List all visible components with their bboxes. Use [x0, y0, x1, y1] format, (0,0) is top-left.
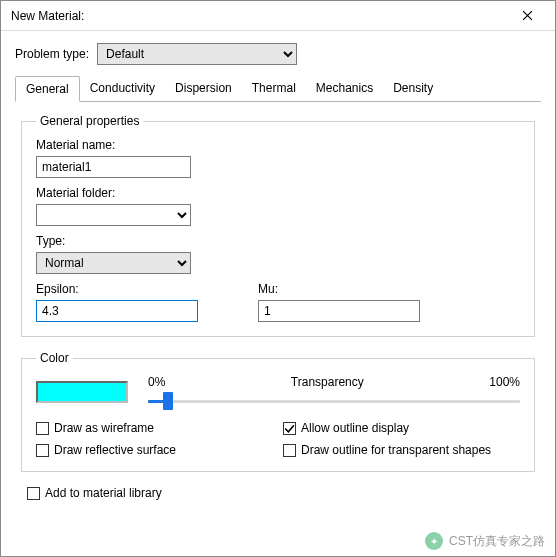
material-folder-label: Material folder:	[36, 186, 520, 200]
mu-field: Mu:	[258, 282, 420, 322]
epsilon-label: Epsilon:	[36, 282, 198, 296]
color-options-grid: Draw as wireframe Allow outline display …	[36, 421, 520, 457]
allow-outline-checkbox[interactable]: Allow outline display	[283, 421, 520, 435]
material-folder-field: Material folder:	[36, 186, 520, 226]
general-properties-group: General properties Material name: Materi…	[21, 114, 535, 337]
draw-wireframe-label: Draw as wireframe	[54, 421, 154, 435]
transparency-max-label: 100%	[489, 375, 520, 389]
problem-type-row: Problem type: Default	[15, 43, 541, 65]
allow-outline-label: Allow outline display	[301, 421, 409, 435]
transparency-label: Transparency	[291, 375, 364, 389]
type-label: Type:	[36, 234, 520, 248]
transparency-slider[interactable]	[148, 391, 520, 409]
problem-type-label: Problem type:	[15, 47, 89, 61]
epsilon-input[interactable]	[36, 300, 198, 322]
color-swatch-button[interactable]	[36, 381, 128, 403]
checkbox-box	[36, 422, 49, 435]
slider-track	[148, 400, 520, 403]
dialog-window: New Material: Problem type: Default Gene…	[0, 0, 556, 557]
tab-strip: General Conductivity Dispersion Thermal …	[15, 75, 541, 102]
tab-dispersion[interactable]: Dispersion	[165, 76, 242, 102]
draw-reflective-checkbox[interactable]: Draw reflective surface	[36, 443, 273, 457]
general-properties-legend: General properties	[36, 114, 143, 128]
checkbox-box	[283, 444, 296, 457]
material-folder-select[interactable]	[36, 204, 191, 226]
transparency-control: 0% Transparency 100%	[148, 375, 520, 409]
close-button[interactable]	[507, 2, 547, 30]
watermark-text: CST仿真专家之路	[449, 533, 545, 550]
titlebar: New Material:	[1, 1, 555, 31]
tab-conductivity[interactable]: Conductivity	[80, 76, 165, 102]
tab-density[interactable]: Density	[383, 76, 443, 102]
dialog-content: Problem type: Default General Conductivi…	[1, 31, 555, 516]
tab-mechanics[interactable]: Mechanics	[306, 76, 383, 102]
check-icon	[284, 423, 295, 434]
transparency-min-label: 0%	[148, 375, 165, 389]
tab-general[interactable]: General	[15, 76, 80, 102]
problem-type-select[interactable]: Default	[97, 43, 297, 65]
wechat-icon: ✦	[425, 532, 443, 550]
epsilon-field: Epsilon:	[36, 282, 198, 322]
draw-outline-transparent-label: Draw outline for transparent shapes	[301, 443, 491, 457]
close-icon	[522, 10, 533, 21]
type-select[interactable]: Normal	[36, 252, 191, 274]
draw-outline-transparent-checkbox[interactable]: Draw outline for transparent shapes	[283, 443, 520, 457]
color-group: Color 0% Transparency 100%	[21, 351, 535, 472]
watermark: ✦ CST仿真专家之路	[425, 532, 545, 550]
draw-wireframe-checkbox[interactable]: Draw as wireframe	[36, 421, 273, 435]
mu-label: Mu:	[258, 282, 420, 296]
draw-reflective-label: Draw reflective surface	[54, 443, 176, 457]
tab-thermal[interactable]: Thermal	[242, 76, 306, 102]
tab-body-general: General properties Material name: Materi…	[15, 102, 541, 506]
mu-input[interactable]	[258, 300, 420, 322]
material-name-field: Material name:	[36, 138, 520, 178]
add-to-library-checkbox[interactable]: Add to material library	[27, 486, 535, 500]
checkbox-box	[283, 422, 296, 435]
material-name-label: Material name:	[36, 138, 520, 152]
color-legend: Color	[36, 351, 73, 365]
material-name-input[interactable]	[36, 156, 191, 178]
add-to-library-label: Add to material library	[45, 486, 162, 500]
type-field: Type: Normal	[36, 234, 520, 274]
window-title: New Material:	[11, 9, 84, 23]
epsilon-mu-row: Epsilon: Mu:	[36, 282, 520, 322]
checkbox-box	[27, 487, 40, 500]
checkbox-box	[36, 444, 49, 457]
slider-thumb[interactable]	[163, 392, 173, 410]
color-row: 0% Transparency 100%	[36, 375, 520, 409]
